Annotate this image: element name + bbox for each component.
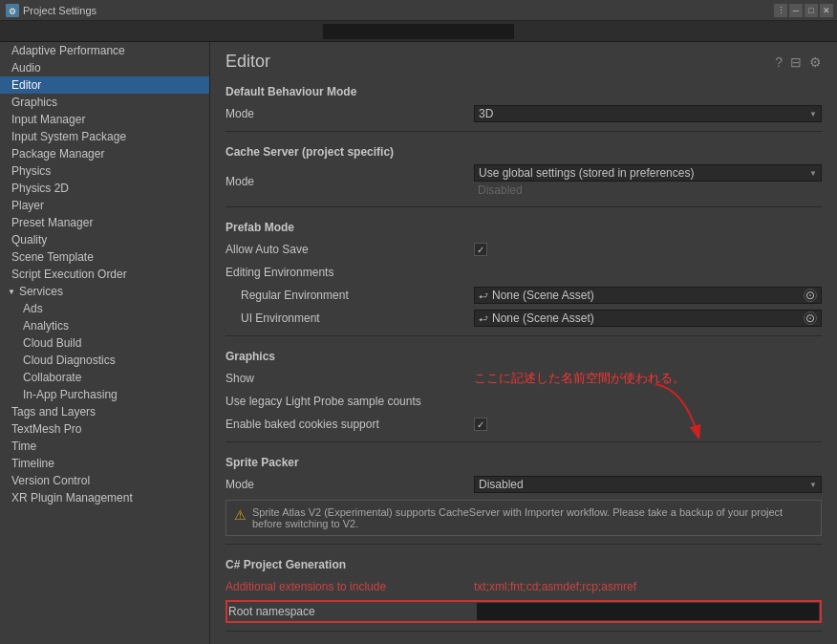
field-row-extensions: Additional extensions to include txt;xml… [225, 577, 822, 596]
checkbox-baked-cookies[interactable]: ✓ [474, 418, 487, 431]
checkbox-auto-save[interactable]: ✓ [474, 243, 487, 256]
section-cache-server: Cache Server (project specific) [225, 145, 822, 159]
maximize-button[interactable]: □ [805, 4, 818, 17]
dropdown-mode-3d[interactable]: 3D ▼ [474, 105, 822, 122]
field-row-show: Show ここに記述した名前空間が使われる。 [225, 369, 822, 388]
dropdown-regular-env[interactable]: ⮐ None (Scene Asset) ⊙ [474, 287, 822, 304]
close-button[interactable]: ✕ [820, 4, 833, 17]
field-row-root-namespace: Root namespace [225, 600, 822, 623]
sidebar-item-tags-and-layers[interactable]: Tags and Layers [0, 403, 209, 420]
sidebar-item-physics[interactable]: Physics [0, 162, 209, 180]
dropdown-mode-3d-value: 3D [479, 107, 493, 120]
field-value-root-namespace [477, 603, 819, 620]
sprite-warning-box: ⚠ Sprite Atlas V2 (Experimental) support… [225, 500, 822, 536]
field-label-baked-cookies: Enable baked cookies support [225, 418, 474, 431]
divider-4 [225, 441, 822, 442]
field-row-baked-cookies: Enable baked cookies support ✓ [225, 415, 822, 434]
annotation-text: ここに記述した名前空間が使われる。 [474, 371, 685, 385]
sidebar-item-quality[interactable]: Quality [0, 231, 209, 248]
field-row-ui-env: UI Environment ⮐ None (Scene Asset) ⊙ [225, 309, 822, 328]
section-sprite-packer: Sprite Packer [225, 456, 822, 469]
section-prefab-mode: Prefab Mode [225, 221, 822, 234]
field-value-regular-env: ⮐ None (Scene Asset) ⊙ [474, 287, 822, 304]
header-icons: ? ⊟ ⚙ [775, 54, 822, 70]
section-graphics: Graphics [225, 350, 822, 363]
field-row-editing-environments: Editing Environments [225, 263, 822, 282]
main-container: Adaptive Performance Audio Editor Graphi… [0, 42, 837, 644]
field-label-editing-environments: Editing Environments [225, 266, 474, 279]
divider-3 [225, 335, 822, 336]
content-area: Editor ? ⊟ ⚙ Default Behaviour Mode Mode… [210, 42, 837, 644]
section-default-behaviour-mode: Default Behaviour Mode [225, 85, 822, 98]
field-value-extensions: txt;xml;fnt;cd;asmdef;rcp;asmref [474, 580, 822, 593]
field-row-sprite-mode: Mode Disabled ▼ [225, 475, 822, 494]
sidebar-item-analytics[interactable]: Analytics [0, 317, 209, 334]
field-row-auto-save: Allow Auto Save ✓ [225, 240, 822, 259]
checkbox-check-icon: ✓ [477, 245, 484, 255]
field-value-ui-env: ⮐ None (Scene Asset) ⊙ [474, 310, 822, 327]
sidebar-item-audio[interactable]: Audio [0, 59, 209, 76]
sidebar-item-collaborate[interactable]: Collaborate [0, 369, 209, 386]
cache-disabled-label: Disabled [474, 182, 822, 199]
sidebar-item-in-app-purchasing[interactable]: In-App Purchasing [0, 386, 209, 403]
title-bar: ⚙ Project Settings ⋮ ─ □ ✕ [0, 0, 837, 21]
field-label-extensions: Additional extensions to include [225, 580, 474, 593]
sidebar-item-cloud-diagnostics[interactable]: Cloud Diagnostics [0, 352, 209, 369]
search-input[interactable] [323, 24, 514, 39]
sidebar: Adaptive Performance Audio Editor Graphi… [0, 42, 210, 644]
sidebar-item-textmesh-pro[interactable]: TextMesh Pro [0, 420, 209, 438]
warning-text: Sprite Atlas V2 (Experimental) supports … [252, 506, 813, 529]
sidebar-item-version-control[interactable]: Version Control [0, 472, 209, 489]
menu-button[interactable]: ⋮ [774, 4, 787, 17]
sidebar-item-timeline[interactable]: Timeline [0, 455, 209, 472]
minimize-button[interactable]: ─ [789, 4, 803, 17]
sidebar-item-input-system-package[interactable]: Input System Package [0, 128, 209, 145]
divider-1 [225, 131, 822, 132]
help-icon[interactable]: ? [775, 54, 783, 70]
dropdown-sprite-mode-value: Disabled [479, 478, 524, 491]
window-title: Project Settings [23, 5, 97, 16]
sidebar-item-package-manager[interactable]: Package Manager [0, 145, 209, 162]
env-circle-ui: ⊙ [804, 311, 817, 325]
field-row-mode-3d: Mode 3D ▼ [225, 104, 822, 123]
gear-icon[interactable]: ⚙ [809, 54, 822, 70]
dropdown-cache-arrow-icon: ▼ [809, 169, 817, 178]
field-label-sprite-mode: Mode [225, 478, 474, 491]
field-label-mode: Mode [225, 107, 474, 120]
dropdown-sprite-mode[interactable]: Disabled ▼ [474, 476, 822, 493]
sidebar-item-xr-plugin-management[interactable]: XR Plugin Management [0, 489, 209, 506]
sidebar-item-scene-template[interactable]: Scene Template [0, 248, 209, 266]
dropdown-cache-mode-value: Use global settings (stored in preferenc… [479, 166, 694, 180]
sidebar-item-graphics[interactable]: Graphics [0, 94, 209, 111]
field-label-light-probe: Use legacy Light Probe sample counts [225, 395, 474, 408]
sidebar-item-physics-2d[interactable]: Physics 2D [0, 180, 209, 197]
sprite-dropdown-arrow: ▼ [809, 481, 817, 489]
dropdown-cache-mode[interactable]: Use global settings (stored in preferenc… [474, 164, 822, 182]
sidebar-item-input-manager[interactable]: Input Manager [0, 111, 209, 128]
root-namespace-input[interactable] [477, 603, 819, 620]
layout-icon[interactable]: ⊟ [790, 54, 802, 70]
services-arrow-icon: ▼ [8, 288, 15, 296]
field-value-mode: 3D ▼ [474, 105, 822, 122]
field-label-regular-env: Regular Environment [225, 289, 474, 302]
env-icon-ui: ⮐ [479, 313, 488, 324]
sidebar-item-adaptive-performance[interactable]: Adaptive Performance [0, 42, 209, 59]
field-value-auto-save: ✓ [474, 243, 822, 256]
dropdown-regular-env-value: None (Scene Asset) [492, 289, 594, 302]
window-icon: ⚙ [6, 4, 19, 17]
sidebar-item-player[interactable]: Player [0, 197, 209, 214]
sidebar-item-script-execution-order[interactable]: Script Execution Order [0, 266, 209, 283]
section-csharp: C# Project Generation [225, 558, 822, 571]
field-label-ui-env: UI Environment [225, 311, 474, 325]
sidebar-item-cloud-build[interactable]: Cloud Build [0, 334, 209, 352]
env-icon-regular: ⮐ [479, 290, 488, 301]
content-wrapper: Editor ? ⊟ ⚙ Default Behaviour Mode Mode… [225, 52, 822, 644]
search-bar [0, 21, 837, 42]
dropdown-ui-env[interactable]: ⮐ None (Scene Asset) ⊙ [474, 310, 822, 327]
sidebar-item-time[interactable]: Time [0, 438, 209, 455]
sidebar-section-services[interactable]: ▼ Services [0, 283, 209, 300]
sidebar-item-ads[interactable]: Ads [0, 300, 209, 317]
field-row-regular-env: Regular Environment ⮐ None (Scene Asset)… [225, 286, 822, 305]
sidebar-item-preset-manager[interactable]: Preset Manager [0, 214, 209, 231]
sidebar-item-editor[interactable]: Editor [0, 76, 209, 94]
